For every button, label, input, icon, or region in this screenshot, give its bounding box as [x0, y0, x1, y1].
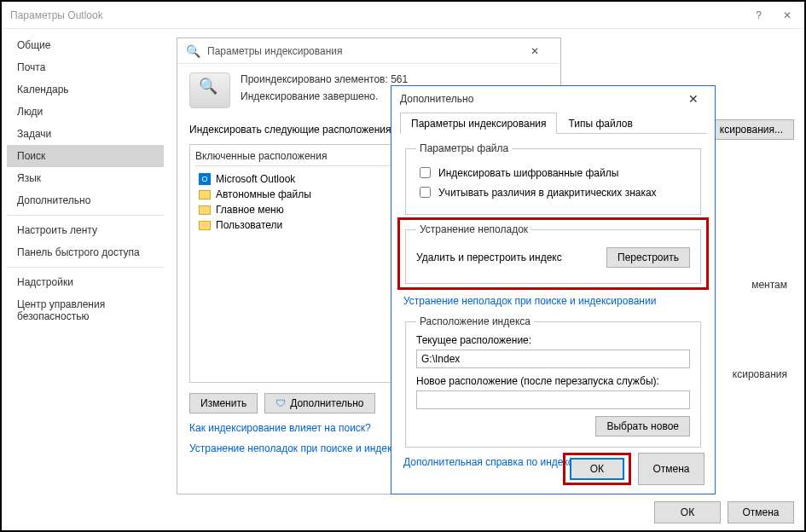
indexing-status: Индексирование завершено. [241, 90, 408, 102]
sidebar-item-general[interactable]: Общие [7, 34, 164, 56]
advanced-options-window: Дополнительно ✕ Параметры индексирования… [391, 85, 716, 494]
rebuild-text: Удалить и перестроить индекс [416, 252, 562, 263]
sidebar-item-tasks[interactable]: Задачи [7, 123, 164, 145]
sidebar-item-trust-center[interactable]: Центр управления безопасностью [7, 293, 164, 327]
sidebar-item-advanced[interactable]: Дополнительно [7, 189, 164, 211]
select-new-button[interactable]: Выбрать новое [595, 416, 690, 437]
folder-icon [199, 190, 211, 200]
sidebar: Общие Почта Календарь Люди Задачи Поиск … [2, 29, 164, 498]
help-icon[interactable]: ? [756, 9, 762, 21]
current-location-label: Текущее расположение: [416, 334, 690, 346]
diacritics-checkbox[interactable] [420, 187, 431, 198]
outlook-titlebar: Параметры Outlook ? ✕ [2, 2, 804, 29]
sidebar-item-mail[interactable]: Почта [7, 56, 164, 78]
indexing-titlebar: 🔍 Параметры индексирования ✕ [177, 38, 560, 64]
indexed-count: Проиндексировано элементов: 561 [241, 73, 408, 85]
troubleshoot-search-link[interactable]: Устранение неполадок при поиске и индекс… [403, 295, 703, 307]
current-location-field[interactable] [416, 350, 690, 368]
troubleshoot-group: Устранение неполадок Удалить и перестрои… [405, 223, 701, 284]
outlook-icon: O [199, 173, 211, 185]
new-location-label: Новое расположение (после перезапуска сл… [416, 375, 690, 387]
new-location-field[interactable] [416, 390, 690, 409]
sidebar-item-search[interactable]: Поиск [7, 145, 164, 167]
modify-button[interactable]: Изменить [189, 393, 258, 413]
sidebar-item-customize-ribbon[interactable]: Настроить ленту [7, 219, 164, 241]
close-icon[interactable]: ✕ [681, 92, 706, 106]
file-params-group: Параметры файла Индексировать шифрованны… [405, 142, 701, 215]
rebuild-button[interactable]: Перестроить [606, 247, 690, 268]
tab-indexing-options[interactable]: Параметры индексирования [400, 113, 557, 134]
indexing-large-icon [189, 72, 230, 108]
ok-button[interactable]: ОК [570, 458, 624, 480]
cancel-button[interactable]: Отмена [638, 453, 705, 485]
advanced-titlebar: Дополнительно ✕ [391, 86, 715, 112]
index-location-legend: Расположение индекса [416, 315, 534, 327]
partial-text-1: ментам [751, 279, 787, 291]
tab-file-types[interactable]: Типы файлов [557, 113, 643, 134]
advanced-title: Дополнительно [400, 93, 681, 105]
shield-icon: 🛡 [275, 397, 286, 409]
indexing-title: Параметры индексирования [207, 45, 518, 57]
advanced-button[interactable]: 🛡Дополнительно [264, 393, 374, 413]
sidebar-item-calendar[interactable]: Календарь [7, 78, 164, 101]
sidebar-item-people[interactable]: Люди [7, 101, 164, 123]
troubleshoot-legend: Устранение неполадок [416, 223, 531, 235]
partial-text-2: ксирования [733, 368, 787, 380]
search-icon: 🔍 [186, 44, 200, 58]
folder-icon [199, 205, 211, 215]
cancel-button[interactable]: Отмена [728, 501, 794, 523]
indexing-options-button[interactable]: ксирования... [709, 119, 794, 140]
folder-icon [199, 221, 211, 230]
file-params-legend: Параметры файла [416, 142, 512, 154]
window-title: Параметры Outlook [10, 9, 756, 21]
diacritics-label: Учитывать различия в диакритических знак… [438, 187, 657, 199]
sidebar-item-addins[interactable]: Надстройки [7, 271, 164, 293]
sidebar-item-quick-access[interactable]: Панель быстрого доступа [7, 241, 164, 263]
tabs-bar: Параметры индексирования Типы файлов [400, 112, 706, 134]
close-icon[interactable]: ✕ [779, 9, 796, 21]
close-icon[interactable]: ✕ [518, 45, 552, 57]
encrypted-checkbox[interactable] [420, 167, 431, 178]
troubleshoot-highlight: Устранение неполадок Удалить и перестрои… [397, 217, 709, 290]
ok-highlight: ОК [563, 453, 631, 485]
ok-button[interactable]: ОК [654, 501, 721, 523]
sidebar-item-language[interactable]: Язык [7, 167, 164, 189]
encrypted-label: Индексировать шифрованные файлы [438, 167, 618, 179]
index-location-group: Расположение индекса Текущее расположени… [405, 315, 701, 448]
